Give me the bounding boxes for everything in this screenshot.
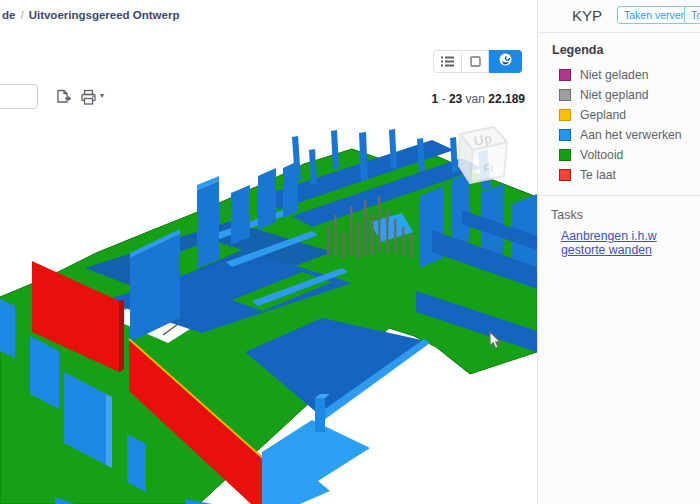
legend-list: Niet geladen Niet gepland Gepland Aan he…	[559, 69, 700, 181]
legend-item: Te laat	[559, 169, 700, 181]
model-3d-canvas[interactable]: Up Fr	[0, 0, 537, 504]
legend-item: Voltooid	[559, 149, 700, 161]
tasks-title: Tasks	[551, 208, 700, 222]
nav-cube-front-label: Fr	[483, 162, 495, 175]
nav-cube[interactable]: Up Fr	[459, 127, 507, 183]
divider	[538, 32, 700, 33]
nav-cube-top-label: Up	[473, 131, 494, 149]
legend-item: Niet gepland	[559, 89, 700, 101]
sidebar-header: KYP Taken verversen To	[538, 0, 700, 32]
viewer-pane: de/Uitvoeringsgereed Ontwerp	[0, 0, 537, 504]
divider	[538, 195, 700, 196]
app-window: de/Uitvoeringsgereed Ontwerp	[0, 0, 700, 504]
legend-swatch-te-laat	[559, 169, 571, 181]
legend-item: Gepland	[559, 109, 700, 121]
legend-swatch-aan-het-verwerken	[559, 129, 571, 141]
kyp-sidebar: KYP Taken verversen To Legenda Niet gela…	[537, 0, 700, 504]
task-link[interactable]: Aanbrengen i.h.w gestorte wanden	[561, 229, 700, 257]
legend-swatch-niet-gepland	[559, 89, 571, 101]
secondary-button[interactable]: To	[684, 6, 700, 24]
legend-item: Niet geladen	[559, 69, 700, 81]
legend-swatch-gepland	[559, 109, 571, 121]
legend-swatch-niet-geladen	[559, 69, 571, 81]
legend-item: Aan het verwerken	[559, 129, 700, 141]
legend-title: Legenda	[552, 43, 700, 57]
sidebar-title: KYP	[572, 7, 602, 24]
legend-swatch-voltooid	[559, 149, 571, 161]
